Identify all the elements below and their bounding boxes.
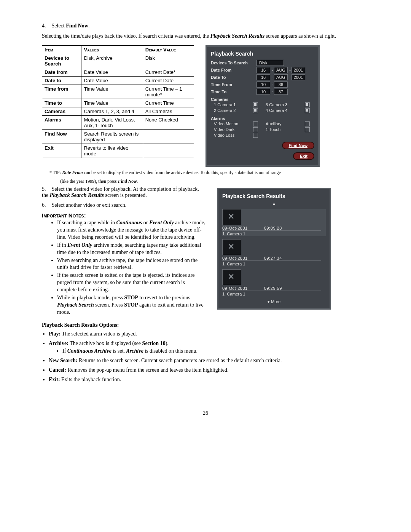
thumbnail-icon (222, 239, 241, 255)
table-row: Time fromTime ValueCurrent Time – 1 minu… (42, 85, 194, 99)
ps-dt-year[interactable]: 2001 (292, 74, 305, 80)
step-4-bold: Find Now (66, 23, 88, 29)
exit-button[interactable]: Exit (293, 152, 314, 160)
th-item: Item (42, 45, 81, 54)
table-row: Devices to SearchDisk, ArchiveDisk (42, 54, 194, 68)
psr-title: Playback Search Results (222, 193, 326, 199)
ps-cam3: 3 Camera 3 (263, 102, 305, 107)
intro-b: screen appears as shown at right. (264, 33, 336, 39)
table-header-row: Item Values Default Value (42, 45, 194, 54)
ps-devices-label: Devices To Search (211, 61, 256, 65)
psr-item-1[interactable]: 09-Oct-200109:09:28 1: Camera 1 (222, 209, 326, 236)
ps-tt-m[interactable]: 37 (274, 89, 288, 95)
ps-cameras-section: Cameras (211, 97, 314, 102)
ps-dt-day[interactable]: 16 (256, 74, 270, 80)
psr-more[interactable]: More (222, 299, 326, 304)
important-notes-title: Important Notes: (42, 212, 206, 219)
th-values: Values (81, 45, 143, 54)
table-row: Date toDate ValueCurrent Date (42, 76, 194, 85)
playback-search-results-screenshot: Playback Search Results ▴ 09-Oct-200109:… (217, 188, 331, 310)
table-row: Find NowSearch Results screen is display… (42, 129, 194, 144)
ps-dt-mon[interactable]: AUG (274, 74, 288, 80)
ps-time-to-label: Time To (211, 89, 256, 94)
notes-list: If searching a tape while in Continuous … (57, 219, 206, 316)
scroll-up-icon[interactable]: ▴ (222, 201, 326, 206)
ps-cam2: 2 Camera 2 (211, 108, 253, 113)
checkbox-dark[interactable] (253, 127, 258, 132)
note-5: While in playback mode, press STOP to re… (57, 294, 206, 316)
checkbox-cam1[interactable] (253, 102, 258, 107)
step-4-text-b: . (88, 23, 90, 29)
step-6: 6. Select another video or exit search. (42, 202, 206, 208)
checkbox-1touch[interactable] (305, 127, 310, 132)
tip-line1: * TIP: Date From can be set to display t… (49, 170, 369, 176)
option-newsearch: New Search: Returns to the search screen… (49, 357, 369, 364)
ps-cam1: 1 Camera 1 (211, 102, 253, 107)
ps-df-mon[interactable]: AUG (274, 67, 288, 73)
ps-a-dark: Video Dark (211, 127, 253, 132)
ps-cam4: 4 Camera 4 (263, 108, 305, 113)
note-1: If searching a tape while in Continuous … (57, 219, 206, 241)
ps-date-from-label: Date From (211, 68, 256, 72)
options-title: Playback Search Results Options: (42, 322, 369, 328)
thumbnail-icon (222, 269, 241, 285)
option-archive: Archive: The archive box is displayed (s… (49, 340, 369, 355)
step-4-text-a: Select (52, 23, 66, 29)
checkbox-cam4[interactable] (305, 108, 310, 113)
ps-a-aux: Auxiliary (263, 121, 305, 126)
checkbox-loss[interactable] (253, 133, 258, 138)
ps-a-1t: 1-Touch (263, 127, 305, 132)
step-4: 4. Select Find Now. (42, 23, 369, 29)
settings-table: Item Values Default Value Devices to Sea… (42, 45, 194, 158)
checkbox-cam2[interactable] (253, 108, 258, 113)
intro-paragraph: Selecting the time/date plays back the v… (42, 33, 369, 40)
option-cancel: Cancel: Removes the pop-up menu from the… (49, 367, 369, 374)
table-row: CamerasCameras 1, 2, 3, and 4All Cameras (42, 107, 194, 115)
ps-df-day[interactable]: 16 (256, 67, 270, 73)
ps-time-from-label: Time From (211, 82, 256, 87)
option-archive-sub: If Continuous Archive is set, Archive is… (62, 348, 369, 355)
ps-tf-m[interactable]: 36 (274, 81, 288, 88)
step-4-num: 4. (42, 23, 50, 29)
intro-bi: Playback Search Results (210, 33, 264, 39)
psr-item-2[interactable]: 09-Oct-200109:27:34 1: Camera 1 (222, 239, 326, 266)
ps-tt-h[interactable]: 10 (256, 89, 270, 95)
checkbox-aux[interactable] (305, 121, 310, 126)
playback-search-screenshot: Playback Search Devices To Search Disk D… (206, 45, 320, 167)
note-4: If the search screen is exited or the ta… (57, 272, 206, 294)
ps-date-to-label: Date To (211, 75, 256, 80)
note-3: When searching an archive tape, the tape… (57, 257, 206, 272)
ps-tf-h[interactable]: 10 (256, 81, 270, 88)
table-row: ExitReverts to live video mode (42, 144, 194, 158)
ps-alarms-section: Alarms (211, 116, 314, 121)
ps-devices-field[interactable]: Disk (256, 60, 284, 66)
options-list: Play: The selected alarm video is played… (49, 331, 369, 383)
step-5: 5. Select the desired video for playback… (42, 186, 206, 198)
find-now-button[interactable]: Find Now (282, 142, 315, 149)
option-play: Play: The selected alarm video is played… (49, 331, 369, 338)
table-row: Time toTime ValueCurrent Time (42, 99, 194, 107)
ps-df-year[interactable]: 2001 (292, 67, 305, 73)
table-row: Date fromDate ValueCurrent Date* (42, 68, 194, 76)
ps-a-loss: Video Loss (211, 133, 253, 137)
intro-a: Selecting the time/date plays back the v… (42, 33, 210, 39)
psr-item-3[interactable]: 09-Oct-200109:29:59 1: Camera 1 (222, 269, 326, 296)
checkbox-cam3[interactable] (305, 102, 310, 107)
page-number: 26 (42, 410, 369, 416)
th-default: Default Value (143, 45, 194, 54)
checkbox-motion[interactable] (253, 121, 258, 126)
option-exit: Exit: Exits the playback function. (49, 376, 369, 383)
tip-line2: (like the year 1999), then press Find No… (60, 179, 369, 185)
ps-title: Playback Search (211, 51, 314, 57)
table-row: AlarmsMotion, Dark, Vid Loss, Aux, 1-Tou… (42, 115, 194, 129)
note-2: If in Event Only archive mode, searching… (57, 242, 206, 256)
ps-a-motion: Video Motion (211, 121, 253, 126)
thumbnail-icon (222, 209, 241, 225)
